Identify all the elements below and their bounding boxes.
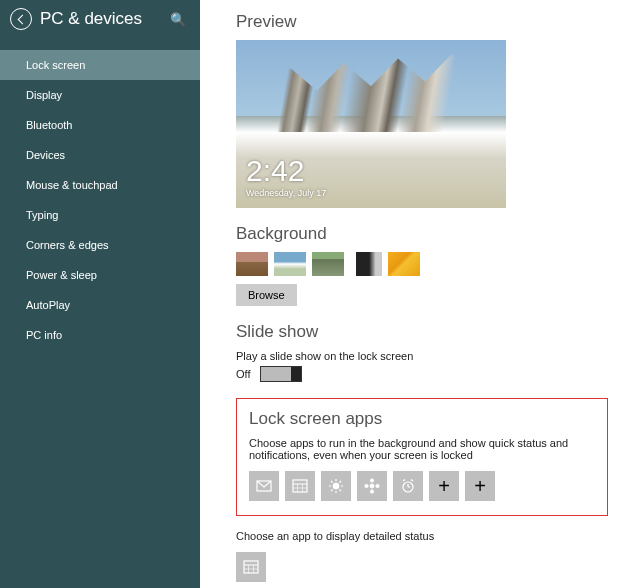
calendar-icon xyxy=(243,559,259,575)
detail-text: Choose an app to display detailed status xyxy=(236,530,608,542)
lockapps-text: Choose apps to run in the background and… xyxy=(249,437,595,461)
browse-button[interactable]: Browse xyxy=(236,284,297,306)
lock-screen-apps-section: Lock screen apps Choose apps to run in t… xyxy=(236,398,608,516)
sidebar: PC & devices 🔍 Lock screenDisplayBluetoo… xyxy=(0,0,200,588)
svg-rect-25 xyxy=(244,561,258,573)
calendar-icon xyxy=(292,478,308,494)
svg-point-17 xyxy=(370,490,373,493)
svg-point-19 xyxy=(376,484,379,487)
svg-line-12 xyxy=(340,490,342,492)
preview-time: 2:42 xyxy=(246,154,326,188)
detailed-status-slot[interactable] xyxy=(236,552,266,582)
lockscreen-preview: 2:42 Wednesday, July 17 xyxy=(236,40,506,208)
slideshow-toggle-state: Off xyxy=(236,368,250,380)
alarm-icon xyxy=(400,478,416,494)
sidebar-item-mouse-touchpad[interactable]: Mouse & touchpad xyxy=(0,170,200,200)
background-thumb-2[interactable] xyxy=(274,252,306,276)
page-title: PC & devices xyxy=(40,9,170,29)
sidebar-item-pc-info[interactable]: PC info xyxy=(0,320,200,350)
svg-point-18 xyxy=(365,484,368,487)
app-slot-mail[interactable] xyxy=(249,471,279,501)
svg-line-24 xyxy=(411,480,413,482)
svg-line-13 xyxy=(331,490,333,492)
background-thumb-1[interactable] xyxy=(236,252,268,276)
background-thumb-5[interactable] xyxy=(388,252,420,276)
slideshow-text: Play a slide show on the lock screen xyxy=(236,350,608,362)
app-slot-calendar[interactable] xyxy=(285,471,315,501)
slideshow-heading: Slide show xyxy=(236,322,608,342)
quick-status-app-row: ++ xyxy=(249,471,595,501)
preview-heading: Preview xyxy=(236,12,608,32)
sidebar-item-display[interactable]: Display xyxy=(0,80,200,110)
add-app-slot[interactable]: + xyxy=(429,471,459,501)
slideshow-toggle[interactable] xyxy=(260,366,302,382)
sidebar-item-autoplay[interactable]: AutoPlay xyxy=(0,290,200,320)
back-button[interactable] xyxy=(10,8,32,30)
app-slot-people[interactable] xyxy=(357,471,387,501)
background-heading: Background xyxy=(236,224,608,244)
sidebar-item-typing[interactable]: Typing xyxy=(0,200,200,230)
svg-point-6 xyxy=(333,483,339,489)
background-thumb-4[interactable] xyxy=(350,252,382,276)
sidebar-nav: Lock screenDisplayBluetoothDevicesMouse … xyxy=(0,50,200,350)
sidebar-item-devices[interactable]: Devices xyxy=(0,140,200,170)
background-thumb-3[interactable] xyxy=(312,252,344,276)
people-icon xyxy=(364,478,380,494)
lockapps-heading: Lock screen apps xyxy=(249,409,595,429)
content-pane: Preview 2:42 Wednesday, July 17 Backgrou… xyxy=(200,0,624,588)
svg-point-15 xyxy=(370,484,374,488)
sidebar-item-bluetooth[interactable]: Bluetooth xyxy=(0,110,200,140)
preview-overlay: 2:42 Wednesday, July 17 xyxy=(246,154,326,198)
sidebar-item-corners-edges[interactable]: Corners & edges xyxy=(0,230,200,260)
app-slot-alarm[interactable] xyxy=(393,471,423,501)
svg-line-14 xyxy=(340,481,342,483)
sidebar-item-power-sleep[interactable]: Power & sleep xyxy=(0,260,200,290)
background-thumbnails xyxy=(236,252,608,276)
sidebar-header: PC & devices 🔍 xyxy=(0,0,200,40)
weather-icon xyxy=(328,478,344,494)
mail-icon xyxy=(256,478,272,494)
detailed-status-section: Choose an app to display detailed status xyxy=(236,530,608,582)
detailed-status-app-row xyxy=(236,552,608,582)
slideshow-toggle-row: Off xyxy=(236,366,608,382)
sidebar-item-lock-screen[interactable]: Lock screen xyxy=(0,50,200,80)
svg-point-16 xyxy=(370,479,373,482)
add-app-slot[interactable]: + xyxy=(465,471,495,501)
svg-line-11 xyxy=(331,481,333,483)
back-arrow-icon xyxy=(17,14,27,24)
preview-backdrop xyxy=(236,40,506,132)
toggle-track xyxy=(261,367,291,381)
preview-date: Wednesday, July 17 xyxy=(246,188,326,198)
svg-line-23 xyxy=(403,480,405,482)
svg-rect-1 xyxy=(293,480,307,492)
app-slot-weather[interactable] xyxy=(321,471,351,501)
search-icon[interactable]: 🔍 xyxy=(170,12,186,27)
toggle-knob xyxy=(291,367,301,381)
